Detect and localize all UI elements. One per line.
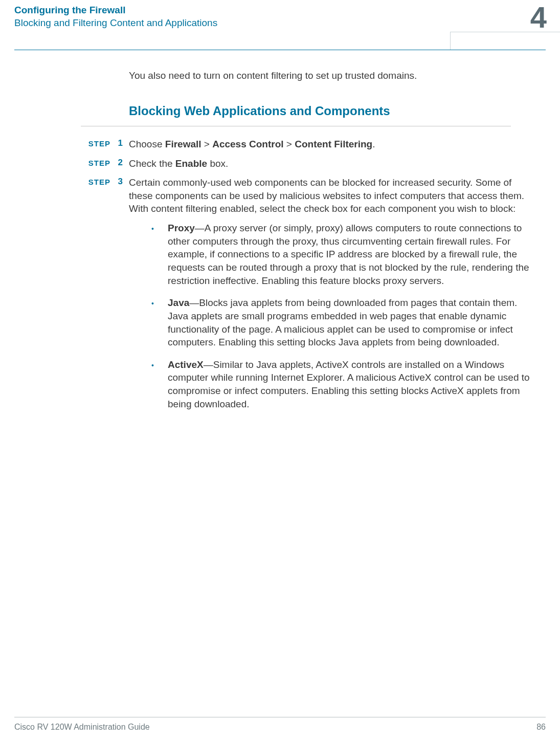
- breadcrumb-part: Content Filtering: [295, 139, 372, 149]
- step-row: STEP 2 Check the Enable box.: [0, 157, 535, 170]
- breadcrumb-part: Firewall: [165, 139, 201, 149]
- step-number: 1: [113, 138, 123, 151]
- step-label: STEP: [72, 138, 110, 151]
- bullet-icon: •: [151, 296, 156, 349]
- page-footer: Cisco RV 120W Administration Guide 86: [14, 717, 546, 732]
- step-label: STEP: [72, 157, 110, 170]
- description: —Blocks java applets from being download…: [168, 297, 517, 347]
- section-heading: Blocking Web Applications and Components: [129, 104, 535, 119]
- step-row: STEP 3 Certain commonly-used web compone…: [0, 176, 535, 420]
- step-label: STEP: [72, 176, 110, 420]
- list-item: • ActiveX—Similar to Java applets, Activ…: [151, 358, 535, 411]
- text: box.: [207, 158, 228, 169]
- text: Choose: [129, 139, 165, 149]
- step-number: 2: [113, 157, 123, 170]
- breadcrumb-part: Access Control: [212, 139, 283, 149]
- chapter-tab: [450, 32, 560, 50]
- step-body: Check the Enable box.: [129, 157, 228, 170]
- list-item: • Java—Blocks java applets from being do…: [151, 296, 535, 349]
- term: Java: [168, 297, 189, 308]
- text: Check the: [129, 158, 175, 169]
- bullet-icon: •: [151, 358, 156, 411]
- text: .: [372, 139, 375, 149]
- description: —Similar to Java applets, ActiveX contro…: [168, 359, 530, 409]
- bullet-body: Java—Blocks java applets from being down…: [168, 296, 535, 349]
- ui-label: Enable: [175, 158, 207, 169]
- bullet-body: Proxy—A proxy server (or simply, proxy) …: [168, 222, 535, 287]
- bullet-list: • Proxy—A proxy server (or simply, proxy…: [151, 222, 535, 410]
- section-subtitle: Blocking and Filtering Content and Appli…: [14, 17, 560, 30]
- term: Proxy: [168, 223, 195, 233]
- footer-page-number: 86: [536, 723, 546, 732]
- page-header: Configuring the Firewall Blocking and Fi…: [0, 0, 560, 29]
- footer-book-title: Cisco RV 120W Administration Guide: [14, 723, 150, 732]
- term: ActiveX: [168, 359, 204, 370]
- text: Certain commonly-used web components can…: [129, 177, 524, 214]
- chapter-title: Configuring the Firewall: [14, 4, 560, 17]
- bullet-body: ActiveX—Similar to Java applets, ActiveX…: [168, 358, 535, 411]
- step-number: 3: [113, 176, 123, 420]
- page-content: You also need to turn on content filteri…: [0, 50, 560, 420]
- bullet-icon: •: [151, 222, 156, 287]
- chapter-number: 4: [530, 0, 546, 34]
- description: —A proxy server (or simply, proxy) allow…: [168, 223, 529, 286]
- step-body: Certain commonly-used web components can…: [129, 176, 535, 420]
- text: >: [201, 139, 213, 149]
- intro-paragraph: You also need to turn on content filteri…: [129, 70, 535, 82]
- step-body: Choose Firewall > Access Control > Conte…: [129, 138, 375, 151]
- step-row: STEP 1 Choose Firewall > Access Control …: [0, 138, 535, 151]
- text: >: [284, 139, 295, 149]
- list-item: • Proxy—A proxy server (or simply, proxy…: [151, 222, 535, 287]
- heading-rule: [81, 126, 511, 126]
